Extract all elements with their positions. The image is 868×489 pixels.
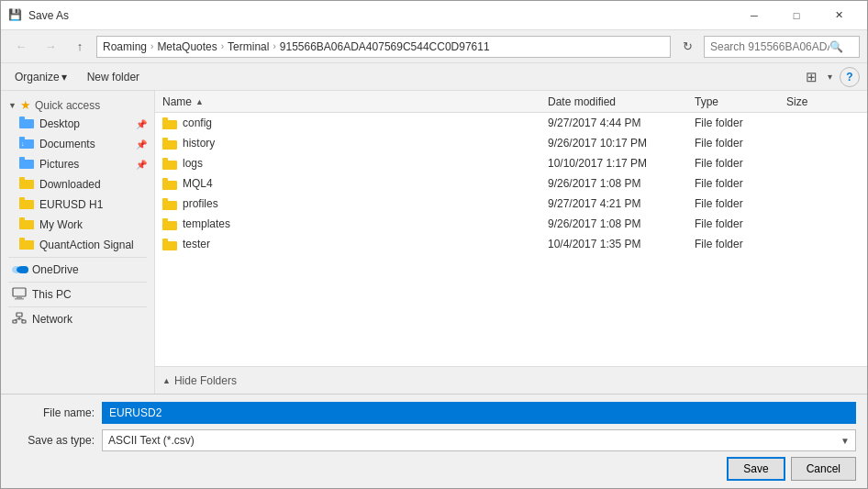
sidebar-item-mywork[interactable]: My Work <box>1 215 154 235</box>
desktop-folder-icon <box>19 117 34 131</box>
quantaction-label: QuantAction Signal <box>39 239 147 251</box>
search-icon: 🔍 <box>829 40 843 53</box>
sidebar-item-thispc[interactable]: This PC <box>1 284 154 305</box>
svg-rect-31 <box>162 161 177 170</box>
hide-folders-bar[interactable]: ▲ Hide Folders <box>155 366 867 394</box>
sidebar-item-onedrive[interactable]: OneDrive <box>1 260 154 280</box>
search-box[interactable]: 🔍 <box>704 36 860 58</box>
filetype-row: Save as type: ASCII Text (*.csv) ▼ <box>12 429 856 451</box>
svg-rect-10 <box>19 197 25 201</box>
filetype-select[interactable]: ASCII Text (*.csv) ▼ <box>102 429 856 451</box>
view-dropdown-arrow[interactable]: ▾ <box>828 72 832 82</box>
help-button[interactable]: ? <box>840 67 860 87</box>
svg-rect-18 <box>13 288 26 296</box>
quantaction-folder-icon <box>19 238 34 252</box>
folder-icon <box>162 178 177 190</box>
breadcrumb-part: Terminal <box>228 40 269 53</box>
main-toolbar: Organize ▾ New folder ⊞ ▾ ? <box>1 63 867 91</box>
svg-line-25 <box>15 318 19 320</box>
close-button[interactable]: ✕ <box>818 1 860 30</box>
hide-folders-label: Hide Folders <box>174 374 237 387</box>
cancel-button[interactable]: Cancel <box>791 457 856 481</box>
sidebar-item-network[interactable]: Network <box>1 309 154 329</box>
svg-point-17 <box>21 266 28 273</box>
breadcrumb-part: 915566BA06ADA407569C544CC0D97611 <box>280 40 490 53</box>
col-size-header[interactable]: Size <box>786 95 860 108</box>
col-name-header[interactable]: Name ▲ <box>162 95 548 108</box>
forward-button[interactable]: → <box>38 34 63 60</box>
breadcrumb-part: MetaQuotes <box>157 40 217 53</box>
svg-rect-28 <box>162 117 168 121</box>
documents-folder-icon: ↓ <box>19 137 34 151</box>
divider-1 <box>8 257 147 258</box>
sidebar-item-quantaction[interactable]: QuantAction Signal <box>1 235 154 255</box>
quick-access-header[interactable]: ▼ ★ Quick access <box>1 94 154 114</box>
file-list: Name ▲ Date modified Type Size <box>155 91 867 366</box>
svg-rect-11 <box>19 220 34 229</box>
filename-row: File name: <box>12 402 856 424</box>
sort-arrow-icon: ▲ <box>195 97 204 106</box>
table-row[interactable]: MQL4 9/26/2017 1:08 PM File folder <box>155 173 867 194</box>
save-btn-wrapper: Save <box>727 457 785 481</box>
svg-line-26 <box>19 318 24 320</box>
view-button[interactable]: ⊞ <box>798 64 824 90</box>
folder-icon <box>162 138 177 150</box>
file-list-header: Name ▲ Date modified Type Size <box>155 91 867 113</box>
organize-button[interactable]: Organize ▾ <box>8 67 73 87</box>
new-folder-button[interactable]: New folder <box>81 67 146 87</box>
network-label: Network <box>32 313 147 326</box>
table-row[interactable]: tester 10/4/2017 1:35 PM File folder <box>155 234 867 254</box>
sidebar-item-desktop[interactable]: Desktop 📌 <box>1 114 154 134</box>
table-row[interactable]: logs 10/10/2017 1:17 PM File folder <box>155 153 867 173</box>
search-input[interactable] <box>710 40 829 53</box>
breadcrumb[interactable]: Roaming › MetaQuotes › Terminal › 915566… <box>96 36 671 58</box>
svg-rect-38 <box>162 218 168 222</box>
table-row[interactable]: history 9/26/2017 10:17 PM File folder <box>155 133 867 153</box>
table-row[interactable]: profiles 9/27/2017 4:21 PM File folder <box>155 194 867 214</box>
svg-rect-5 <box>19 160 34 169</box>
save-button[interactable]: Save <box>727 457 785 481</box>
quick-access-label: Quick access <box>35 99 100 112</box>
maximize-button[interactable]: □ <box>775 1 818 30</box>
folder-icon <box>162 198 177 210</box>
divider-3 <box>8 306 147 307</box>
svg-rect-13 <box>19 240 34 250</box>
svg-rect-19 <box>17 296 22 298</box>
svg-rect-27 <box>162 120 177 129</box>
filetype-label: Save as type: <box>12 434 95 447</box>
filetype-dropdown-arrow: ▼ <box>840 436 850 446</box>
filetype-value: ASCII Text (*.csv) <box>108 434 195 447</box>
filename-input[interactable] <box>102 402 856 424</box>
minimize-button[interactable]: ─ <box>733 1 775 30</box>
svg-rect-29 <box>162 140 177 150</box>
onedrive-icon <box>12 262 27 277</box>
back-button[interactable]: ← <box>8 34 34 60</box>
svg-rect-20 <box>15 298 24 300</box>
sidebar-item-pictures[interactable]: Pictures 📌 <box>1 154 154 174</box>
svg-text:↓: ↓ <box>21 140 25 147</box>
svg-rect-1 <box>19 117 25 120</box>
sidebar-item-documents[interactable]: ↓ Documents 📌 <box>1 134 154 154</box>
eurusd-label: EURUSD H1 <box>39 198 147 211</box>
sidebar-item-downloaded[interactable]: Downloaded <box>1 174 154 194</box>
refresh-button[interactable]: ↻ <box>674 34 700 60</box>
table-row[interactable]: templates 9/26/2017 1:08 PM File folder <box>155 214 867 234</box>
svg-rect-0 <box>19 119 34 128</box>
table-row[interactable]: config 9/27/2017 4:44 PM File folder <box>155 113 867 133</box>
sidebar-item-eurusd[interactable]: EURUSD H1 <box>1 194 154 215</box>
col-type-header[interactable]: Type <box>695 95 786 108</box>
folder-icon <box>162 239 177 250</box>
up-button[interactable]: ↑ <box>67 34 93 60</box>
svg-rect-9 <box>19 200 34 209</box>
mywork-folder-icon <box>19 217 34 232</box>
onedrive-label: OneDrive <box>32 263 147 276</box>
filename-label: File name: <box>12 406 95 419</box>
documents-pin-icon: 📌 <box>136 139 147 150</box>
col-date-header[interactable]: Date modified <box>548 95 695 108</box>
new-folder-label: New folder <box>87 71 139 83</box>
svg-rect-8 <box>19 177 25 181</box>
hide-folders-chevron-icon: ▲ <box>162 376 171 385</box>
svg-rect-22 <box>13 320 17 323</box>
svg-rect-34 <box>162 178 168 182</box>
svg-rect-21 <box>17 313 22 317</box>
